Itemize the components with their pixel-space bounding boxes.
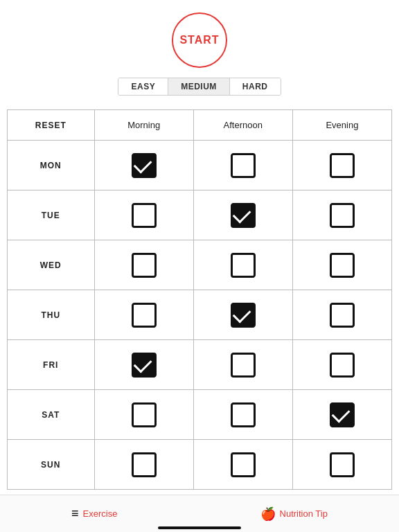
table-row: WED (8, 240, 392, 290)
table-row: TUE (8, 190, 392, 240)
morning-header: Morning (94, 110, 193, 141)
day-label-sat: SAT (8, 390, 95, 440)
medium-button[interactable]: MEDIUM (168, 78, 230, 95)
day-label-thu: THU (8, 290, 95, 340)
checkbox-sat-afternoon[interactable] (231, 402, 256, 427)
checkbox-mon-evening[interactable] (330, 153, 355, 178)
checkbox-wed-evening[interactable] (330, 253, 355, 278)
checkbox-fri-afternoon[interactable] (231, 353, 256, 378)
checkbox-mon-morning[interactable] (132, 153, 157, 178)
checkbox-fri-evening[interactable] (330, 353, 355, 378)
cell-sat-afternoon[interactable] (193, 390, 292, 440)
cell-fri-evening[interactable] (292, 340, 391, 390)
nutrition-icon: 🍎 (260, 506, 276, 522)
checkbox-fri-morning[interactable] (132, 353, 157, 378)
checkbox-sun-afternoon[interactable] (231, 452, 256, 477)
easy-button[interactable]: EASY (118, 78, 168, 95)
day-label-tue: TUE (8, 190, 95, 240)
checkbox-sun-evening[interactable] (330, 452, 355, 477)
table-row: SAT (8, 390, 392, 440)
main-content: START EASY MEDIUM HARD RESET Morning Aft… (7, 0, 392, 532)
day-label-mon: MON (8, 141, 95, 190)
exercise-label: Exercise (83, 508, 118, 519)
start-button[interactable]: START (172, 12, 227, 68)
table-row: FRI (8, 340, 392, 390)
cell-wed-evening[interactable] (292, 240, 391, 290)
afternoon-header: Afternoon (193, 110, 292, 141)
start-label: START (179, 34, 219, 46)
difficulty-bar: EASY MEDIUM HARD (118, 78, 281, 96)
checkbox-mon-afternoon[interactable] (231, 153, 256, 178)
cell-sun-morning[interactable] (94, 440, 193, 490)
checkbox-tue-evening[interactable] (330, 203, 355, 228)
checkbox-sat-morning[interactable] (132, 402, 157, 427)
checkbox-sun-morning[interactable] (132, 452, 157, 477)
cell-fri-morning[interactable] (94, 340, 193, 390)
checkbox-thu-evening[interactable] (330, 303, 355, 328)
cell-sat-evening[interactable] (292, 390, 391, 440)
hard-button[interactable]: HARD (230, 78, 281, 95)
cell-wed-morning[interactable] (94, 240, 193, 290)
cell-thu-morning[interactable] (94, 290, 193, 340)
cell-mon-morning[interactable] (94, 141, 193, 190)
table-row: THU (8, 290, 392, 340)
cell-tue-morning[interactable] (94, 190, 193, 240)
cell-sat-morning[interactable] (94, 390, 193, 440)
checkbox-thu-morning[interactable] (132, 303, 157, 328)
nutrition-nav-item[interactable]: 🍎 Nutrition Tip (260, 506, 328, 522)
day-label-fri: FRI (8, 340, 95, 390)
exercise-nav-item[interactable]: ≡ Exercise (71, 506, 117, 521)
table-row: MON (8, 141, 392, 190)
bottom-indicator (158, 526, 241, 529)
nutrition-label: Nutrition Tip (280, 508, 328, 519)
reset-header[interactable]: RESET (8, 110, 95, 141)
exercise-icon: ≡ (71, 506, 79, 521)
checkbox-tue-afternoon[interactable] (231, 203, 256, 228)
cell-sun-afternoon[interactable] (193, 440, 292, 490)
cell-thu-afternoon[interactable] (193, 290, 292, 340)
day-label-wed: WED (8, 240, 95, 290)
cell-fri-afternoon[interactable] (193, 340, 292, 390)
evening-header: Evening (292, 110, 391, 141)
checkbox-sat-evening[interactable] (330, 402, 355, 427)
cell-tue-afternoon[interactable] (193, 190, 292, 240)
checkbox-wed-afternoon[interactable] (231, 253, 256, 278)
cell-sun-evening[interactable] (292, 440, 391, 490)
cell-thu-evening[interactable] (292, 290, 391, 340)
checkbox-thu-afternoon[interactable] (231, 303, 256, 328)
checkbox-tue-morning[interactable] (132, 203, 157, 228)
table-row: SUN (8, 440, 392, 490)
cell-tue-evening[interactable] (292, 190, 391, 240)
top-section: START EASY MEDIUM HARD (7, 0, 392, 109)
cell-mon-evening[interactable] (292, 141, 391, 190)
bottom-nav: ≡ Exercise 🍎 Nutrition Tip (0, 495, 399, 532)
day-label-sun: SUN (8, 440, 95, 490)
cell-mon-afternoon[interactable] (193, 141, 292, 190)
schedule-table: RESET Morning Afternoon Evening MONTUEWE… (7, 109, 392, 490)
checkbox-wed-morning[interactable] (132, 253, 157, 278)
cell-wed-afternoon[interactable] (193, 240, 292, 290)
